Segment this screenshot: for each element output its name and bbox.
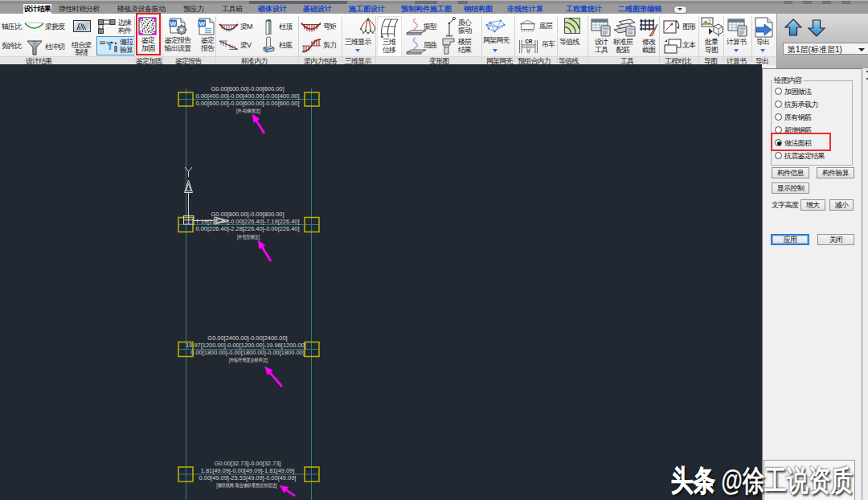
svg-text:W: W — [170, 20, 176, 27]
svg-text:CR: CR — [525, 39, 533, 44]
svg-text:W: W — [199, 20, 205, 27]
